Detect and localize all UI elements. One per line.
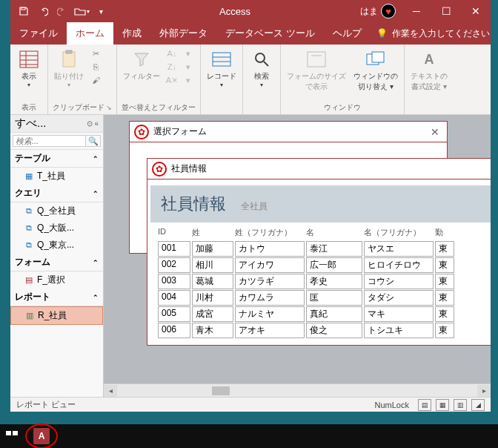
column-headers: ID 姓 姓（フリガナ） 名 名（フリガナ） 勤 bbox=[147, 224, 491, 241]
svg-rect-8 bbox=[213, 53, 230, 66]
gear-icon: ✿ bbox=[152, 162, 167, 177]
cut-icon[interactable]: ✂ bbox=[90, 47, 102, 59]
design-view-button[interactable]: ◢ bbox=[471, 399, 485, 411]
nav-search-input[interactable] bbox=[13, 135, 86, 147]
nav-group-tables[interactable]: テーブル⌃ bbox=[10, 150, 103, 168]
nav-item-r-emp[interactable]: ▥R_社員 bbox=[10, 306, 103, 325]
magnifier-icon bbox=[251, 49, 272, 70]
nav-group-reports[interactable]: レポート⌃ bbox=[10, 289, 103, 306]
bulb-icon: 💡 bbox=[376, 28, 388, 39]
nav-item-q-tokyo[interactable]: ⧉Q_東京... bbox=[10, 237, 103, 254]
taskview-button[interactable] bbox=[3, 427, 21, 445]
nav-dropdown-icon[interactable]: ⊙ « bbox=[87, 119, 99, 128]
qat-customize-icon[interactable]: ▾ bbox=[92, 2, 110, 20]
selection-filter-icon[interactable]: ▾ bbox=[182, 47, 194, 59]
scroll-right-button[interactable]: ▸ bbox=[477, 385, 491, 397]
toggle-filter-icon[interactable]: ▾ bbox=[182, 74, 194, 86]
search-button[interactable]: 検索▾ bbox=[248, 47, 276, 101]
taskbar: A bbox=[0, 424, 498, 448]
report-title: 社員情報 bbox=[161, 193, 226, 215]
undo-icon[interactable] bbox=[34, 2, 52, 20]
ribbon-group-view: 表示▾ 表示 bbox=[10, 45, 48, 114]
nav-search: 🔍 bbox=[10, 133, 103, 150]
print-preview-button[interactable]: ▦ bbox=[436, 399, 449, 411]
table-row[interactable]: 004川村カワムラ匡タダシ東 bbox=[147, 290, 491, 306]
paste-button[interactable]: 貼り付け▾ bbox=[53, 47, 85, 101]
nav-item-q-all[interactable]: ⧉Q_全社員 bbox=[10, 202, 103, 220]
form-empinfo[interactable]: ✿ 社員情報 社員情報 全社員 ID 姓 姓（フリガナ） 名 bbox=[147, 158, 491, 346]
formsize-button[interactable]: フォームのサイズ で表示 bbox=[285, 47, 348, 101]
table-row[interactable]: 002相川アイカワ広一郎ヒロイチロウ東 bbox=[147, 257, 491, 273]
clear-sort-icon[interactable]: A⨯ bbox=[166, 74, 178, 86]
close-button[interactable]: ✕ bbox=[461, 0, 491, 22]
nav-group-queries[interactable]: クエリ⌃ bbox=[10, 185, 103, 202]
nav-header[interactable]: すべ... ⊙ « bbox=[10, 115, 103, 133]
filter-button[interactable]: フィルター bbox=[122, 47, 162, 101]
gear-icon: ✿ bbox=[134, 125, 149, 139]
layout-view-button[interactable]: ▥ bbox=[454, 399, 467, 411]
taskbar-access-button[interactable]: A bbox=[24, 426, 59, 447]
svg-rect-0 bbox=[21, 7, 25, 10]
report-icon: ▥ bbox=[24, 311, 35, 321]
ribbon-group-sort: フィルター A↓ Z↓ A⨯ ▾ ▾ ▾ 並べ替えとフィルター bbox=[117, 45, 201, 114]
format-painter-icon[interactable]: 🖌 bbox=[90, 74, 102, 86]
query-icon: ⧉ bbox=[24, 223, 34, 234]
svg-line-12 bbox=[264, 62, 268, 66]
nav-item-f-select[interactable]: ▤F_選択 bbox=[10, 271, 103, 289]
report-view-button[interactable]: ▤ bbox=[418, 399, 431, 411]
form-close-button[interactable]: ✕ bbox=[428, 126, 442, 138]
menubar: ファイル ホーム 作成 外部データ データベース ツール ヘルプ 💡 作業を入力… bbox=[10, 22, 491, 45]
sort-asc-icon[interactable]: A↓ bbox=[166, 47, 178, 59]
folder-icon[interactable]: ▾ bbox=[73, 2, 90, 20]
statusbar: レポート ビュー NumLock ▤ ▦ ▥ ◢ bbox=[10, 397, 491, 412]
tab-external[interactable]: 外部データ bbox=[150, 22, 216, 45]
scroll-thumb[interactable] bbox=[212, 386, 230, 395]
table-row[interactable]: 003葛城カツラギ孝史コウシ東 bbox=[147, 274, 491, 289]
nav-group-forms[interactable]: フォーム⌃ bbox=[10, 254, 103, 271]
nav-item-t-emp[interactable]: ▦T_社員 bbox=[10, 168, 103, 185]
query-icon: ⧉ bbox=[24, 206, 34, 217]
minimize-button[interactable]: ─ bbox=[402, 0, 431, 22]
switchwindow-button[interactable]: ウィンドウの 切り替え ▾ bbox=[352, 47, 399, 101]
textfmt-icon: A bbox=[419, 49, 439, 70]
content-area: すべ... ⊙ « 🔍 テーブル⌃ ▦T_社員 クエリ⌃ ⧉Q_全社員 ⧉Q_大… bbox=[10, 115, 491, 397]
tab-home[interactable]: ホーム bbox=[67, 22, 113, 45]
scroll-left-button[interactable]: ◂ bbox=[104, 385, 117, 397]
form-icon: ▤ bbox=[24, 275, 34, 286]
svg-rect-16 bbox=[372, 52, 384, 62]
mdi-area: ✿ 選択フォーム ✕ ✿ 社員情報 社員情報 全社員 bbox=[104, 115, 491, 397]
view-button[interactable]: 表示▾ bbox=[15, 47, 43, 101]
maximize-button[interactable]: ☐ bbox=[431, 0, 461, 22]
navigation-pane: すべ... ⊙ « 🔍 テーブル⌃ ▦T_社員 クエリ⌃ ⧉Q_全社員 ⧉Q_大… bbox=[10, 115, 104, 397]
sort-desc-icon[interactable]: Z↓ bbox=[166, 61, 178, 73]
table-row[interactable]: 001加藤カトウ泰江ヤスエ東 bbox=[147, 241, 491, 257]
tab-file[interactable]: ファイル bbox=[10, 22, 67, 45]
save-icon[interactable] bbox=[15, 2, 33, 20]
copy-icon[interactable]: ⎘ bbox=[90, 61, 102, 73]
svg-rect-7 bbox=[66, 50, 72, 53]
table-row[interactable]: 006青木アオキ俊之トシユキ東 bbox=[147, 323, 491, 338]
record-icon bbox=[211, 49, 232, 70]
query-icon: ⧉ bbox=[24, 240, 34, 251]
avatar[interactable]: ♥ bbox=[381, 4, 396, 19]
titlebar: ▾ ▾ Access はま ♥ ─ ☐ ✕ bbox=[10, 0, 491, 22]
table-row[interactable]: 005成宮ナルミヤ真紀マキ東 bbox=[147, 306, 491, 322]
tab-help[interactable]: ヘルプ bbox=[324, 22, 371, 45]
textfmt-button[interactable]: A テキストの 書式設定 ▾ bbox=[409, 47, 449, 101]
redo-icon[interactable] bbox=[53, 2, 71, 20]
svg-rect-18 bbox=[13, 431, 18, 435]
tellme[interactable]: 💡 作業を入力してください bbox=[371, 27, 490, 40]
tab-create[interactable]: 作成 bbox=[113, 22, 150, 45]
nav-search-button[interactable]: 🔍 bbox=[86, 135, 101, 147]
svg-point-11 bbox=[256, 53, 265, 62]
svg-rect-6 bbox=[63, 52, 75, 67]
tab-dbtools[interactable]: データベース ツール bbox=[216, 22, 324, 45]
nav-item-q-osaka[interactable]: ⧉Q_大阪... bbox=[10, 220, 103, 237]
view-mode-label: レポート ビュー bbox=[16, 399, 76, 410]
ribbon-group-find: 検索▾ bbox=[243, 45, 281, 114]
formsize-icon bbox=[306, 49, 327, 70]
horizontal-scrollbar[interactable]: ◂ ▸ bbox=[104, 383, 491, 397]
record-button[interactable]: レコード▾ bbox=[205, 47, 238, 101]
dialog-launcher-icon[interactable]: ↘ bbox=[106, 104, 112, 111]
advanced-filter-icon[interactable]: ▾ bbox=[182, 61, 194, 73]
